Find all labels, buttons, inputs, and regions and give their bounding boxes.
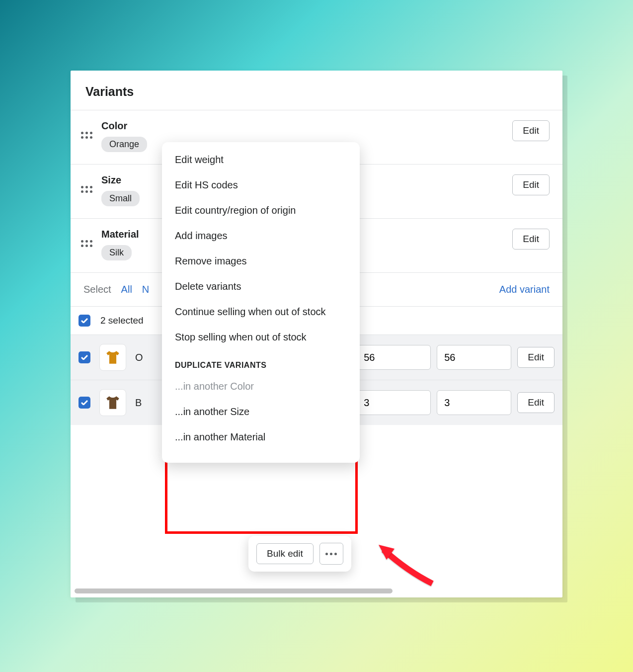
variant-value-input-1[interactable] (356, 345, 431, 370)
drag-handle-icon[interactable] (80, 238, 92, 250)
option-chip[interactable]: Orange (101, 137, 147, 152)
variant-thumbnail[interactable] (99, 344, 126, 371)
add-variant-link[interactable]: Add variant (499, 284, 550, 295)
dots-icon (325, 553, 328, 555)
panel-title: Variants (71, 71, 562, 110)
row-actions: Edit (356, 390, 554, 415)
edit-option-button[interactable]: Edit (512, 120, 550, 141)
select-none-link[interactable]: N (142, 284, 149, 295)
tshirt-icon (104, 349, 121, 366)
menu-item-edit-country[interactable]: Edit country/region of origin (162, 198, 360, 223)
tshirt-icon (104, 394, 121, 411)
bulk-action-toolbar: Bulk edit (248, 536, 351, 572)
dots-icon (334, 553, 337, 555)
edit-option-button[interactable]: Edit (512, 229, 550, 250)
edit-variant-button[interactable]: Edit (517, 392, 554, 413)
menu-item-add-images[interactable]: Add images (162, 223, 360, 249)
edit-variant-button[interactable]: Edit (517, 347, 554, 368)
drag-handle-icon[interactable] (80, 129, 92, 141)
menu-item-edit-weight[interactable]: Edit weight (162, 147, 360, 172)
more-actions-button[interactable] (319, 543, 343, 565)
row-actions: Edit (356, 345, 554, 370)
variant-value-input-2[interactable] (437, 345, 511, 370)
menu-item-dup-color: ...in another Color (162, 374, 360, 399)
option-chip[interactable]: Small (101, 191, 140, 206)
menu-item-dup-size[interactable]: ...in another Size (162, 399, 360, 424)
menu-item-continue-selling[interactable]: Continue selling when out of stock (162, 299, 360, 325)
variant-value-input-2[interactable] (437, 390, 511, 415)
check-icon (81, 318, 88, 323)
select-all-checkbox[interactable] (79, 315, 90, 327)
option-name: Color (101, 120, 503, 132)
duplicate-section-title: DUPLICATE VARIANTS (162, 350, 360, 374)
variant-value-input-1[interactable] (356, 390, 431, 415)
variant-checkbox[interactable] (79, 397, 90, 409)
select-label: Select (83, 284, 111, 295)
more-actions-popover: Edit weight Edit HS codes Edit country/r… (162, 142, 360, 463)
variant-label: O (135, 352, 150, 363)
menu-item-dup-material[interactable]: ...in another Material (162, 424, 360, 450)
check-icon (81, 355, 88, 360)
edit-option-button[interactable]: Edit (512, 174, 550, 195)
variant-thumbnail[interactable] (99, 389, 126, 416)
bulk-edit-button[interactable]: Bulk edit (256, 543, 314, 564)
option-chip[interactable]: Silk (101, 245, 132, 260)
menu-item-edit-hs-codes[interactable]: Edit HS codes (162, 172, 360, 198)
menu-item-remove-images[interactable]: Remove images (162, 249, 360, 274)
variant-checkbox[interactable] (79, 351, 90, 363)
drag-handle-icon[interactable] (80, 183, 92, 195)
dots-icon (330, 553, 332, 555)
selected-count: 2 selected (100, 315, 144, 326)
horizontal-scrollbar[interactable] (75, 588, 393, 593)
menu-item-delete-variants[interactable]: Delete variants (162, 274, 360, 299)
check-icon (81, 400, 88, 405)
variant-label: B (135, 397, 150, 409)
select-all-link[interactable]: All (121, 284, 132, 295)
menu-item-stop-selling[interactable]: Stop selling when out of stock (162, 325, 360, 350)
